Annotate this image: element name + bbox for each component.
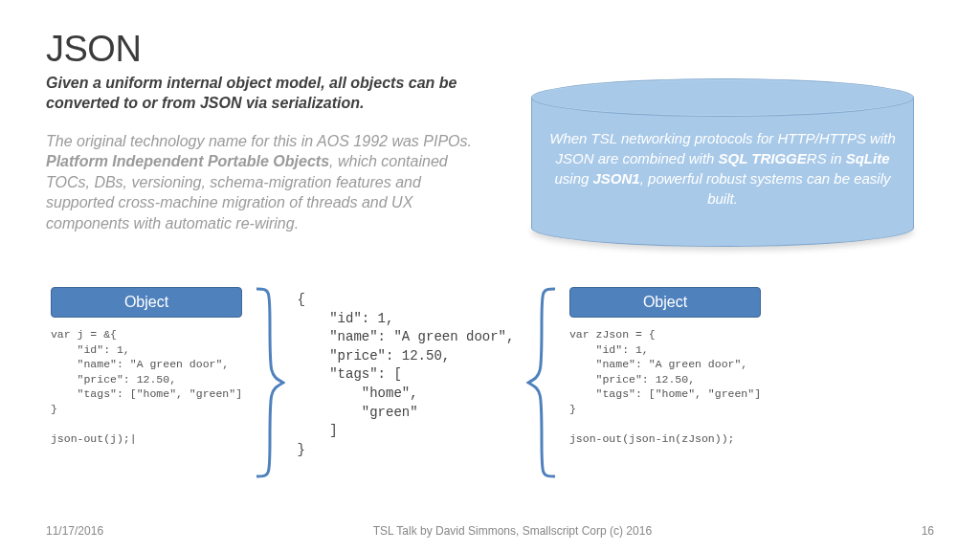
- code-right: var zJson = { "id": 1, "name": "A green …: [569, 327, 761, 446]
- cyl-l3: using: [554, 170, 592, 187]
- cyl-b1: SQL TRIGGE: [719, 150, 807, 166]
- code-left: var j = &{ "id": 1, "name": "A green doo…: [51, 327, 242, 446]
- footer-date: 11/17/2016: [46, 524, 103, 538]
- cyl-b2: SqLite: [846, 150, 890, 166]
- cyl-b3: JSON1: [593, 170, 640, 187]
- footer-page: 16: [922, 524, 934, 538]
- brace-left-icon: [526, 287, 559, 478]
- code-mid: { "id": 1, "name": "A green door", "pric…: [298, 291, 515, 459]
- cylinder-text: When TSL networking protocols for HTTP/H…: [548, 128, 897, 209]
- slide-description: The original technology name for this in…: [46, 131, 486, 234]
- cyl-l4: , powerful robust systems can be easily …: [640, 170, 891, 207]
- cylinder-callout: When TSL networking protocols for HTTP/H…: [531, 78, 914, 247]
- middle-column: { "id": 1, "name": "A green door", "pric…: [291, 287, 521, 459]
- cylinder-top: [531, 78, 914, 117]
- object-label-left: Object: [51, 287, 242, 318]
- desc-pre: The original technology name for this in…: [46, 133, 472, 149]
- diagram-row: Object var j = &{ "id": 1, "name": "A gr…: [46, 287, 934, 478]
- desc-bold: Platform Independent Portable Objects: [46, 153, 329, 169]
- object-label-right: Object: [569, 287, 761, 318]
- left-column: Object var j = &{ "id": 1, "name": "A gr…: [46, 287, 247, 446]
- slide-title: JSON: [46, 29, 934, 70]
- cyl-l2: RS in: [807, 150, 846, 166]
- slide-subtitle: Given a uniform internal object model, a…: [46, 74, 486, 114]
- footer-center: TSL Talk by David Simmons, Smallscript C…: [373, 524, 652, 538]
- slide-footer: 11/17/2016 TSL Talk by David Simmons, Sm…: [46, 524, 934, 538]
- brace-right-icon: [253, 287, 285, 478]
- right-column: Object var zJson = { "id": 1, "name": "A…: [565, 287, 766, 446]
